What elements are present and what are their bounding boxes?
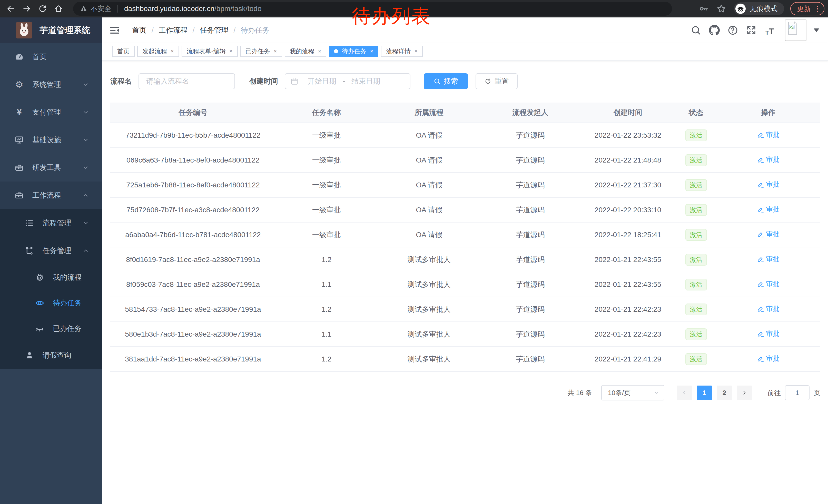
chevron-down-icon <box>82 109 89 116</box>
approve-button[interactable]: 审批 <box>757 180 780 189</box>
font-size-icon[interactable]: TT <box>764 25 775 36</box>
search-button[interactable]: 搜索 <box>424 73 468 89</box>
next-page-button[interactable] <box>737 385 752 400</box>
process-name-input[interactable] <box>139 77 235 85</box>
sidebar-item-devtools[interactable]: 研发工具 <box>0 154 102 182</box>
tab-home[interactable]: 首页 <box>112 46 135 57</box>
github-icon[interactable] <box>709 25 720 36</box>
sidebar-item-system[interactable]: ⚙ 系统管理 <box>0 71 102 98</box>
page-button-2[interactable]: 2 <box>717 385 732 400</box>
search-icon[interactable] <box>691 25 701 36</box>
edit-icon <box>757 206 764 213</box>
breadcrumb-home[interactable]: 首页 <box>132 26 147 35</box>
sidebar-item-task-mgmt[interactable]: 任务管理 <box>0 237 102 265</box>
breadcrumb-workflow[interactable]: 工作流程 <box>159 26 188 35</box>
browser-update-button[interactable]: 更新 <box>790 2 824 15</box>
tab-start-process[interactable]: 发起流程× <box>137 46 179 57</box>
approve-button[interactable]: 审批 <box>757 354 780 363</box>
avatar[interactable] <box>785 19 806 41</box>
date-range-separator: - <box>343 77 345 85</box>
search-icon <box>433 78 441 85</box>
sidebar-item-payment[interactable]: ¥ 支付管理 <box>0 98 102 126</box>
incognito-badge: 无痕模式 <box>734 2 784 15</box>
avatar-dropdown-caret-icon[interactable] <box>814 29 819 32</box>
breadcrumb-task-mgmt[interactable]: 任务管理 <box>200 26 229 35</box>
task-starter: 芋道源码 <box>481 247 580 272</box>
close-icon[interactable]: × <box>229 48 233 54</box>
browser-back-icon[interactable] <box>6 4 16 14</box>
sidebar-item-infra[interactable]: 基础设施 <box>0 126 102 154</box>
sidebar-collapse-icon[interactable] <box>109 25 120 36</box>
task-name: 1.2 <box>276 247 377 272</box>
approve-button[interactable]: 审批 <box>757 130 780 139</box>
task-id: 381aa1dd-7ac8-11ec-a9e2-a2380e71991a <box>110 347 276 371</box>
task-name: 1.2 <box>276 297 377 322</box>
update-label[interactable]: 更新 <box>797 4 811 13</box>
sidebar-item-label: 研发工具 <box>32 163 61 173</box>
tab-done-task[interactable]: 已办任务× <box>240 46 282 57</box>
sidebar-item-label: 请假查询 <box>43 351 71 360</box>
browser-reload-icon[interactable] <box>37 4 48 14</box>
active-tab-dot <box>334 49 338 53</box>
task-time: 2022-01-22 18:25:41 <box>580 222 676 247</box>
sidebar-item-done-task[interactable]: 已办任务 <box>0 316 102 341</box>
tab-todo-task[interactable]: 待办任务× <box>329 46 378 57</box>
close-icon[interactable]: × <box>274 48 277 54</box>
browser-forward-icon[interactable] <box>22 4 32 14</box>
approve-button[interactable]: 审批 <box>757 230 780 239</box>
todo-task-table: 任务编号 任务名称 所属流程 流程发起人 创建时间 状态 操作 73211d9d… <box>110 102 820 372</box>
tab-my-process[interactable]: 我的流程× <box>285 46 327 57</box>
approve-button[interactable]: 审批 <box>757 155 780 164</box>
edit-icon <box>757 231 764 238</box>
search-button-label: 搜索 <box>444 77 458 86</box>
table-row: 580e1b3d-7ac8-11ec-a9e2-a2380e71991a 1.1… <box>110 322 820 347</box>
sidebar-item-workflow[interactable]: 工作流程 <box>0 182 102 209</box>
task-starter: 芋道源码 <box>481 173 580 197</box>
task-name: 1.2 <box>276 347 377 371</box>
status-badge: 激活 <box>686 229 707 241</box>
main-area: 首页 / 工作流程 / 任务管理 / 待办任务 TT <box>102 17 828 504</box>
page-size-select[interactable]: 10条/页 <box>601 385 664 401</box>
task-time: 2022-01-22 21:48:48 <box>580 148 676 173</box>
approve-button[interactable]: 审批 <box>757 304 780 313</box>
bookmark-star-icon[interactable] <box>716 4 726 13</box>
sidebar: 芋道管理系统 首页 ⚙ 系统管理 ¥ 支付管理 <box>0 17 102 504</box>
breadcrumb-separator: / <box>193 26 195 34</box>
approve-button[interactable]: 审批 <box>757 279 780 288</box>
tab-process-detail[interactable]: 流程详情× <box>381 46 423 57</box>
sidebar-item-todo-task[interactable]: 待办任务 <box>0 290 102 316</box>
sidebar-item-leave-query[interactable]: 请假查询 <box>0 341 102 369</box>
browser-menu-icon[interactable] <box>816 6 820 12</box>
prev-page-button[interactable] <box>677 385 692 400</box>
breadcrumb-separator: / <box>152 26 154 34</box>
page-button-1[interactable]: 1 <box>697 385 712 400</box>
edit-icon <box>757 280 764 288</box>
briefcase-icon <box>14 190 24 200</box>
end-date-placeholder[interactable]: 结束日期 <box>346 77 385 86</box>
sidebar-item-home[interactable]: 首页 <box>0 43 102 71</box>
task-process: OA 请假 <box>377 148 481 173</box>
close-icon[interactable]: × <box>414 48 418 54</box>
browser-home-icon[interactable] <box>53 4 64 14</box>
password-key-icon[interactable] <box>699 4 709 13</box>
close-icon[interactable]: × <box>318 48 321 54</box>
date-range-picker[interactable]: 开始日期 - 结束日期 <box>285 73 410 89</box>
sidebar-item-my-process[interactable]: 我的流程 <box>0 265 102 290</box>
approve-button[interactable]: 审批 <box>757 329 780 338</box>
goto-page-input[interactable] <box>785 385 810 400</box>
reset-button[interactable]: 重置 <box>475 73 518 89</box>
approve-button[interactable]: 审批 <box>757 205 780 214</box>
breadcrumb: 首页 / 工作流程 / 任务管理 / 待办任务 <box>132 26 269 35</box>
fullscreen-icon[interactable] <box>746 25 757 36</box>
sidebar-item-process-mgmt[interactable]: 流程管理 <box>0 209 102 237</box>
close-icon[interactable]: × <box>370 48 373 54</box>
goto-label: 前往 <box>768 388 781 397</box>
close-icon[interactable]: × <box>171 48 174 54</box>
approve-button[interactable]: 审批 <box>757 255 780 264</box>
tab-form-edit[interactable]: 流程表单-编辑× <box>181 46 238 57</box>
help-icon[interactable] <box>728 25 738 36</box>
start-date-placeholder[interactable]: 开始日期 <box>303 77 341 86</box>
chevron-down-icon <box>82 164 89 171</box>
tab-label: 首页 <box>117 47 129 55</box>
security-label[interactable]: 不安全 <box>90 4 111 13</box>
